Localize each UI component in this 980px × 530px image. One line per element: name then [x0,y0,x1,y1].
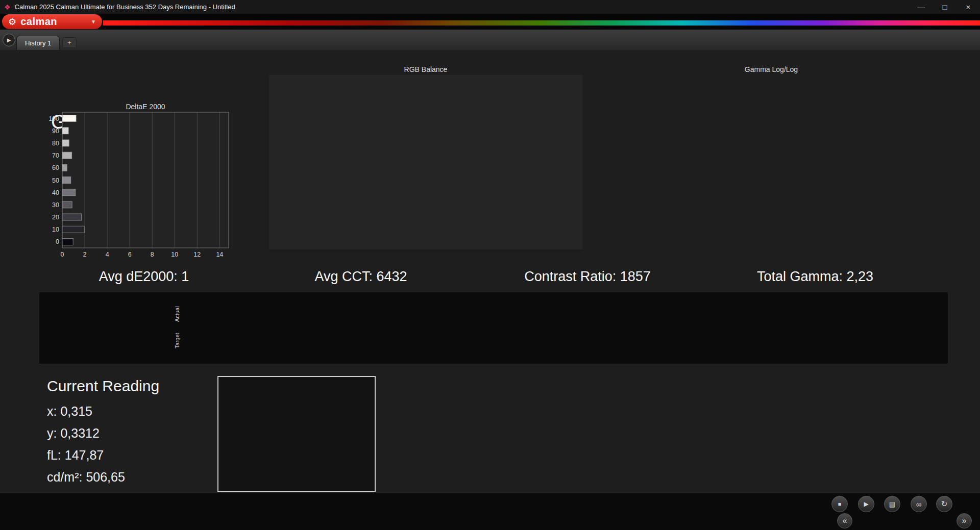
window-title: Calman 2025 Calman Ultimate for Business… [15,3,235,11]
svg-text:30: 30 [52,201,59,209]
rgb-balance-chart [254,72,589,266]
grayscale-swatch-strip: Actual Target [39,292,948,364]
stat-total-gamma: Total Gamma: 2,23 [757,269,873,285]
next-chevron-button[interactable]: » [957,513,972,528]
svg-text:10: 10 [171,251,178,258]
tab-scroll-button[interactable]: ▶ [3,34,15,46]
current-reading-cdm2: cd/m²: 506,65 [47,470,125,485]
svg-text:20: 20 [52,214,59,221]
swatch-actual-label: Actual [174,299,180,329]
swatch-target-label: Target [174,326,180,356]
minimize-button[interactable]: — [910,0,933,14]
tab-history-1[interactable]: History 1 [16,36,60,50]
brand-row: ⚙ calman ▼ [0,14,980,30]
save-icon: ▤ [889,500,895,508]
stop-button[interactable]: ■ [831,496,848,512]
deltae-chart: 024681012140102030405060708090100 [44,109,234,264]
svg-text:14: 14 [216,251,223,258]
tab-bar: ▶ History 1 + X-Rite i1Pro 2 Direct View… [0,30,980,51]
chevrons-left-icon: « [843,516,847,525]
logo-text: calman [20,16,57,28]
add-tab-button[interactable]: + [62,37,77,48]
gamma-chart-title: Gamma Log/Log [745,65,798,73]
title-bar: ❖ Calman 2025 Calman Ultimate for Busine… [0,0,980,14]
svg-text:2: 2 [83,251,87,258]
svg-text:90: 90 [52,128,59,135]
current-reading-y: y: 0,3312 [47,426,100,441]
svg-text:12: 12 [193,251,201,258]
calman-logo-menu[interactable]: ⚙ calman ▼ [2,14,102,29]
link-button[interactable]: ∞ [911,496,927,512]
link-infinity-icon: ∞ [916,500,922,509]
back-chevron-button[interactable]: « [837,513,852,528]
play-button[interactable]: ▶ [858,496,874,512]
stop-icon: ■ [838,501,842,507]
play-icon: ▶ [7,37,11,43]
cie-chart-panel [217,376,376,492]
svg-text:8: 8 [151,251,154,258]
chevron-down-icon: ▼ [91,19,96,24]
svg-text:50: 50 [52,177,59,184]
current-reading-fl: fL: 147,87 [47,448,104,463]
svg-text:4: 4 [106,251,109,258]
main-content: Grayscale DeltaE 2000 RGB Balance Gamma … [0,50,980,493]
close-button[interactable]: × [957,0,980,14]
svg-text:60: 60 [52,164,59,171]
svg-text:70: 70 [52,152,59,159]
refresh-button[interactable]: ↻ [936,496,952,512]
refresh-icon: ↻ [941,499,948,509]
stat-avg-de2000: Avg dE2000: 1 [99,269,189,285]
svg-text:80: 80 [52,140,59,147]
chevrons-right-icon: » [962,516,967,525]
svg-text:10: 10 [52,226,59,233]
rainbow-strip [103,20,980,26]
maximize-button[interactable]: □ [933,0,957,14]
stat-contrast-ratio: Contrast Ratio: 1857 [524,269,651,285]
stat-avg-cct: Avg CCT: 6432 [314,269,407,285]
save-button[interactable]: ▤ [884,496,900,512]
app-icon: ❖ [4,3,11,11]
svg-text:40: 40 [52,189,59,196]
pattern-level-bar: ▴ ■ ▶ ▤ ∞ ↻ ■ « Back Next » [0,493,980,530]
current-reading-x: x: 0,315 [47,404,92,419]
svg-text:0: 0 [61,251,64,258]
current-reading-title: Current Reading [47,377,159,395]
svg-text:0: 0 [56,238,59,245]
svg-text:100: 100 [48,115,59,122]
play-icon: ▶ [864,500,868,508]
gear-logo-icon: ⚙ [8,17,16,27]
svg-text:6: 6 [128,251,132,258]
